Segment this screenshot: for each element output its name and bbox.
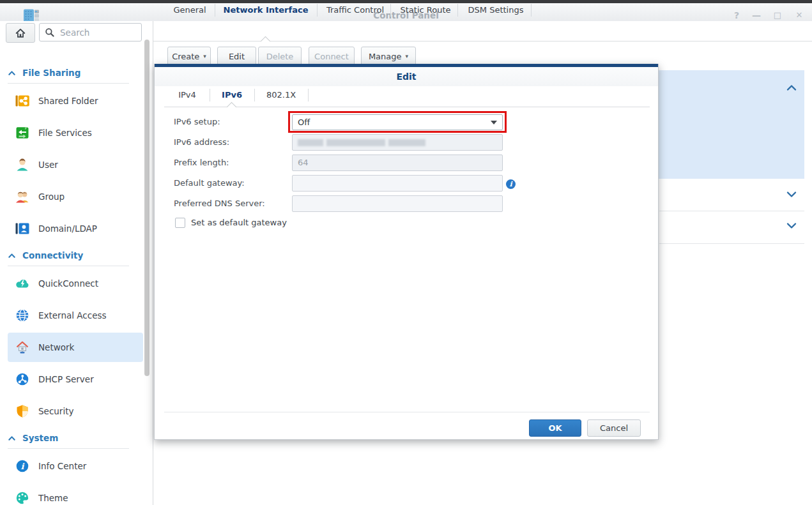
tab-general[interactable]: General — [167, 3, 212, 18]
expand-chevron-down-icon[interactable] — [786, 221, 797, 230]
home-button[interactable] — [6, 23, 35, 43]
sidebar-item-label: Theme — [38, 493, 68, 503]
sidebar-item-label: Group — [38, 192, 65, 202]
dialog-tab-underline — [164, 107, 650, 107]
search-box — [39, 23, 142, 41]
sidebar-item-network[interactable]: Network — [8, 333, 143, 362]
sidebar-item-shared-folder[interactable]: Shared Folder — [8, 88, 143, 114]
sidebar-item-group[interactable]: Group — [8, 184, 143, 209]
manage-button[interactable]: Manage ▾ — [361, 47, 416, 66]
file-services-icon — [15, 126, 29, 140]
minimize-icon[interactable]: — — [749, 10, 764, 20]
preferred-dns-input[interactable] — [292, 195, 503, 212]
search-input[interactable] — [59, 27, 132, 38]
default-gateway-label: Default gateway: — [174, 175, 245, 192]
sidebar-item-info-center[interactable]: i Info Center — [8, 453, 143, 479]
dialog-footer-divider — [164, 412, 650, 412]
set-default-gateway-checkbox[interactable] — [175, 218, 185, 228]
tab-traffic-control[interactable]: Traffic Control — [323, 3, 387, 18]
shared-folder-icon — [15, 94, 29, 108]
ipv6-setup-select[interactable]: Off — [292, 114, 503, 130]
network-icon — [15, 340, 29, 354]
edit-label: Edit — [229, 52, 245, 61]
sidebar-item-dhcp-server[interactable]: DHCP Server — [8, 366, 143, 392]
sidebar-scrollbar[interactable] — [144, 40, 149, 376]
tab-static-route[interactable]: Static Route — [397, 3, 454, 18]
connect-button[interactable]: Connect — [309, 47, 355, 66]
edit-dialog: Edit IPv4 IPv6 802.1X IPv6 setup: Off IP… — [154, 64, 659, 440]
prefix-length-label: Prefix length: — [174, 155, 229, 171]
default-gateway-input[interactable] — [292, 175, 503, 192]
domain-ldap-icon — [15, 222, 29, 236]
sidebar: File Sharing Shared Folder F — [0, 21, 153, 505]
info-center-icon: i — [15, 459, 29, 473]
group-icon — [15, 190, 29, 204]
delete-label: Delete — [266, 52, 294, 61]
panel-divider — [659, 243, 804, 244]
ipv6-address-label: IPv6 address: — [174, 134, 229, 151]
control-panel-window: Control Panel ? — □ ✕ File Sharing — [0, 0, 812, 505]
preferred-dns-label: Preferred DNS Server: — [174, 195, 265, 212]
help-icon[interactable]: ? — [729, 10, 744, 20]
section-label: System — [22, 433, 58, 443]
delete-button[interactable]: Delete — [258, 47, 302, 66]
create-label: Create — [172, 52, 199, 61]
quickconnect-icon — [15, 276, 29, 290]
main-tab-bar — [153, 21, 812, 41]
chevron-up-icon — [8, 435, 16, 442]
manage-label: Manage — [369, 52, 402, 61]
section-system[interactable]: System — [8, 430, 138, 446]
ipv6-setup-value: Off — [298, 117, 310, 127]
dropdown-caret-icon: ▾ — [406, 54, 409, 59]
section-connectivity[interactable]: Connectivity — [8, 247, 138, 264]
sidebar-item-label: Domain/LDAP — [38, 223, 97, 234]
chevron-up-icon — [8, 70, 16, 77]
ipv6-setup-label: IPv6 setup: — [174, 114, 220, 130]
sidebar-item-partial — [15, 501, 29, 505]
sidebar-item-security[interactable]: Security — [8, 398, 143, 424]
create-button[interactable]: Create ▾ — [167, 47, 211, 66]
search-icon — [45, 27, 55, 38]
tab-dsm-settings[interactable]: DSM Settings — [464, 3, 528, 18]
panel-divider — [659, 211, 804, 211]
dhcp-server-icon — [15, 372, 29, 386]
collapse-chevron-up-icon[interactable] — [786, 83, 797, 93]
sidebar-item-label: Network — [38, 342, 74, 352]
tab-network-interface[interactable]: Network Interface — [221, 3, 310, 18]
sidebar-item-label: File Services — [38, 128, 92, 138]
info-icon[interactable]: i — [506, 179, 516, 189]
select-caret-icon — [491, 121, 497, 124]
ipv6-address-input[interactable] — [292, 134, 503, 151]
sidebar-item-user[interactable]: User — [8, 152, 143, 177]
section-file-sharing[interactable]: File Sharing — [8, 64, 138, 81]
sidebar-item-file-services[interactable]: File Services — [8, 120, 143, 146]
sidebar-item-external-access[interactable]: External Access — [8, 303, 143, 328]
redacted-value — [298, 139, 425, 146]
tab-ipv4[interactable]: IPv4 — [171, 86, 204, 104]
close-icon[interactable]: ✕ — [792, 10, 807, 20]
sidebar-item-label: DHCP Server — [38, 374, 94, 384]
sidebar-item-label: External Access — [38, 310, 107, 320]
set-default-gateway-label: Set as default gateway — [191, 216, 287, 230]
sidebar-item-domain-ldap[interactable]: Domain/LDAP — [8, 216, 143, 241]
connect-label: Connect — [314, 52, 349, 61]
ok-button[interactable]: OK — [529, 419, 581, 437]
security-icon — [15, 404, 29, 418]
tab-ipv6[interactable]: IPv6 — [215, 86, 249, 104]
home-icon — [15, 27, 26, 39]
dropdown-caret-icon: ▾ — [203, 54, 206, 59]
sidebar-item-quickconnect[interactable]: QuickConnect — [8, 271, 143, 296]
sidebar-item-label: Security — [38, 406, 73, 416]
maximize-icon[interactable]: □ — [770, 10, 785, 20]
external-access-icon — [15, 308, 29, 322]
user-icon — [15, 158, 29, 172]
expand-chevron-down-icon[interactable] — [786, 190, 797, 199]
prefix-length-input[interactable]: 64 — [292, 155, 503, 171]
section-label: Connectivity — [22, 250, 83, 260]
sidebar-item-label: Info Center — [38, 461, 86, 471]
tab-8021x[interactable]: 802.1X — [260, 86, 302, 104]
sidebar-item-label: Shared Folder — [38, 96, 98, 106]
sidebar-item-label: QuickConnect — [38, 278, 98, 289]
edit-button[interactable]: Edit — [217, 47, 256, 66]
cancel-button[interactable]: Cancel — [587, 419, 641, 437]
